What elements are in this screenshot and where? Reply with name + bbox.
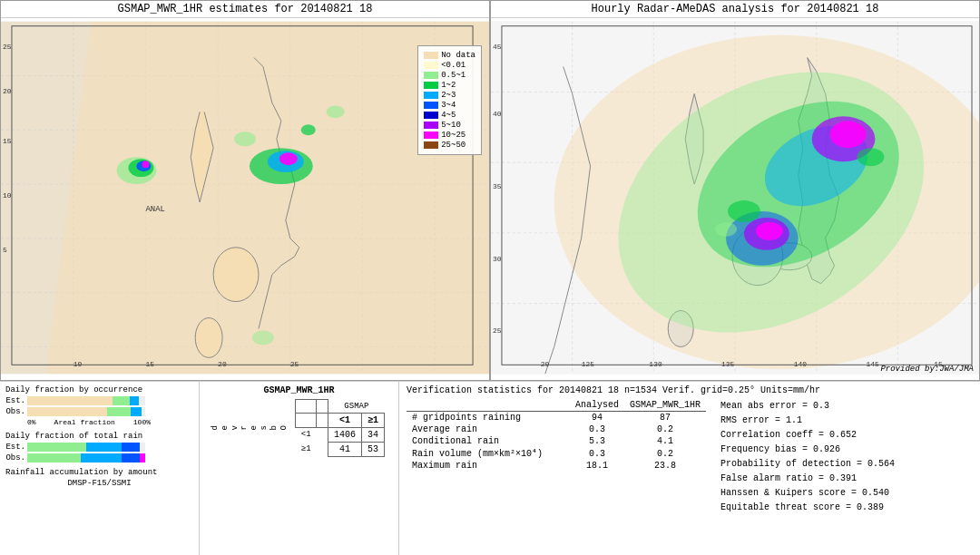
svg-text:20: 20 xyxy=(218,360,227,368)
svg-text:5: 5 xyxy=(3,246,7,254)
est-bar-fill-1b xyxy=(113,396,131,405)
verif-row-gridpoints: # gridpoints raining 94 87 xyxy=(407,412,706,424)
right-map-title: Hourly Radar-AMeDAS analysis for 2014082… xyxy=(491,1,979,18)
svg-point-15 xyxy=(213,248,259,302)
svg-point-27 xyxy=(252,330,274,345)
svg-point-23 xyxy=(142,161,149,168)
svg-point-24 xyxy=(234,131,256,146)
metric-hk: Hanssen & Kuipers score = 0.540 xyxy=(720,486,895,501)
svg-text:45: 45 xyxy=(493,43,502,51)
verif-row-cond-rain: Conditional rain 5.3 4.1 xyxy=(407,435,706,447)
left-map-svg: ANAL 25 20 15 10 5 10 15 20 25 xyxy=(1,18,489,377)
legend-color-25-50 xyxy=(424,141,438,149)
legend-no-data: No data xyxy=(424,51,475,60)
svg-text:35: 35 xyxy=(493,182,502,190)
legend-color-10-25 xyxy=(424,131,438,139)
svg-point-58 xyxy=(830,121,867,148)
credit-label: Provided by:JWA/JMA xyxy=(880,365,974,374)
metric-corr: Correlation coeff = 0.652 xyxy=(720,428,895,443)
svg-point-64 xyxy=(858,148,885,166)
contingency-title: GSMAP_MWR_1HR xyxy=(207,385,391,395)
bottom-row: Daily fraction by occurrence Est. Obs. xyxy=(0,381,980,555)
legend-color-no-data xyxy=(424,52,438,59)
legend-10-25: 10~25 xyxy=(424,131,475,140)
metric-freq-bias: Frequency bias = 0.926 xyxy=(720,443,895,457)
obs-label-2: Obs. xyxy=(5,453,25,462)
svg-text:10: 10 xyxy=(3,191,12,200)
right-map-svg: 45 40 35 30 25 20 125 130 135 140 145 15 xyxy=(491,18,979,377)
svg-text:145: 145 xyxy=(866,360,879,368)
svg-text:20: 20 xyxy=(541,360,550,368)
left-map-title: GSMAP_MWR_1HR estimates for 20140821 18 xyxy=(1,1,489,18)
legend-5-10: 5~10 xyxy=(424,121,475,130)
legend-25-50: 25~50 xyxy=(424,141,475,150)
legend-color-4-5 xyxy=(424,112,438,119)
obs-bar-row-1: Obs. xyxy=(5,407,193,416)
svg-point-61 xyxy=(756,222,783,240)
metric-mean-abs: Mean abs error = 0.3 xyxy=(720,399,895,414)
svg-text:25: 25 xyxy=(493,326,502,335)
left-map-panel: GSMAP_MWR_1HR estimates for 20140821 18 xyxy=(0,0,490,381)
svg-point-19 xyxy=(279,152,298,165)
est-bar-fill-1c xyxy=(130,396,139,405)
contingency-outer: Observed GSMAP <1 ≥1 xyxy=(207,399,391,457)
legend-3-4: 3~4 xyxy=(424,101,475,110)
verif-table: Analysed GSMAP_MWR_1HR # gridpoints rain… xyxy=(407,399,706,515)
legend: No data <0.01 0.5~1 1~2 xyxy=(417,45,482,155)
obs-bar-fill-2d xyxy=(140,453,146,462)
svg-text:ANAL: ANAL xyxy=(145,205,165,214)
obs-label-1: Obs. xyxy=(5,407,25,416)
metric-rms: RMS error = 1.1 xyxy=(720,414,895,428)
svg-point-16 xyxy=(195,318,222,358)
ct-row-ge1: ≥1 41 53 xyxy=(296,442,385,456)
verif-row-max-rain: Maximum rain 18.1 23.8 xyxy=(407,460,706,472)
svg-text:135: 135 xyxy=(721,360,735,368)
svg-text:10: 10 xyxy=(74,360,83,368)
svg-text:140: 140 xyxy=(794,360,808,368)
est-label-1: Est. xyxy=(5,396,25,405)
est-bar-fill-1 xyxy=(27,396,113,405)
bottom-middle: GSMAP_MWR_1HR Observed GSMAP <1 xyxy=(200,382,399,555)
bar-axis-1: 0% Areal fraction 100% xyxy=(5,418,151,426)
legend-color-3-4 xyxy=(424,102,438,109)
svg-point-63 xyxy=(715,222,737,237)
svg-text:15: 15 xyxy=(145,360,154,368)
svg-text:20: 20 xyxy=(3,87,12,95)
maps-row: GSMAP_MWR_1HR estimates for 20140821 18 xyxy=(0,0,980,381)
verif-row-avg-rain: Average rain 0.3 0.2 xyxy=(407,424,706,435)
legend-color-1-2 xyxy=(424,82,438,89)
svg-text:125: 125 xyxy=(582,360,595,368)
svg-text:25: 25 xyxy=(290,360,299,368)
legend-05-1: 0.5~1 xyxy=(424,71,475,80)
obs-bar-fill-2b xyxy=(81,453,122,462)
observed-label: Observed xyxy=(207,425,289,430)
legend-4-5: 4~5 xyxy=(424,111,475,120)
svg-text:130: 130 xyxy=(649,360,662,368)
est-bar-fill-2 xyxy=(27,443,86,452)
chart2-title: Daily fraction of total rain xyxy=(5,432,193,441)
metric-ets: Equitable threat score = 0.389 xyxy=(720,501,895,515)
legend-lt001: <0.01 xyxy=(424,61,475,70)
est-bar-row-1: Est. xyxy=(5,396,193,405)
svg-text:15: 15 xyxy=(3,137,12,145)
est-bar-fill-2c xyxy=(122,443,140,452)
svg-text:25: 25 xyxy=(3,43,12,51)
legend-color-lt001 xyxy=(424,62,438,69)
right-map-panel: Hourly Radar-AMeDAS analysis for 2014082… xyxy=(490,0,980,381)
dmsp-label: DMSP-F15/SSMI xyxy=(5,479,193,488)
est-bar-1 xyxy=(27,396,145,405)
svg-text:40: 40 xyxy=(493,110,502,118)
verif-row-rain-vol: Rain volume (mm×km²×10⁴) 0.3 0.2 xyxy=(407,447,706,460)
est-label-2: Est. xyxy=(5,443,25,452)
bottom-right: Verification statistics for 20140821 18 … xyxy=(399,382,980,555)
metric-far: False alarm ratio = 0.391 xyxy=(720,472,895,486)
obs-bar-2 xyxy=(27,453,145,462)
contingency-table: GSMAP <1 ≥1 <1 1406 xyxy=(295,399,385,457)
obs-bar-fill-1b xyxy=(107,407,131,416)
obs-bar-fill-2 xyxy=(27,453,81,462)
verif-stats-container: Analysed GSMAP_MWR_1HR # gridpoints rain… xyxy=(407,399,973,515)
ct-row-lt1: <1 1406 34 xyxy=(296,427,385,442)
est-bar-row-2: Est. xyxy=(5,443,193,452)
est-bar-2 xyxy=(27,443,145,452)
legend-color-05-1 xyxy=(424,72,438,79)
